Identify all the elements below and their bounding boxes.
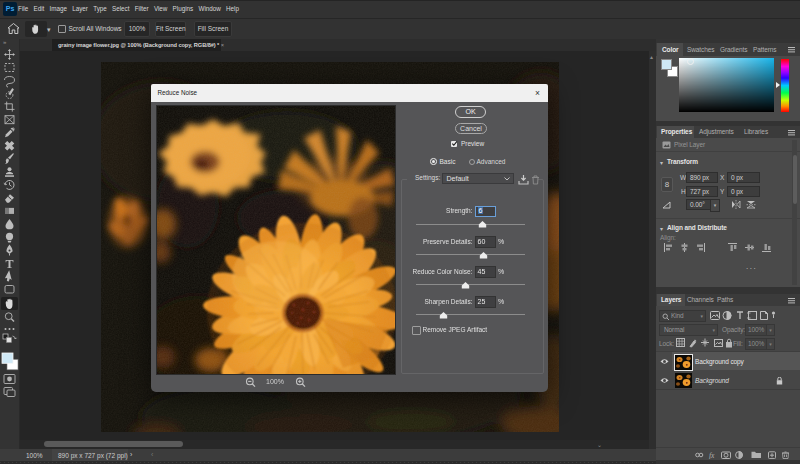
svg-text:fx: fx — [709, 451, 715, 459]
svg-text:T: T — [5, 257, 13, 271]
